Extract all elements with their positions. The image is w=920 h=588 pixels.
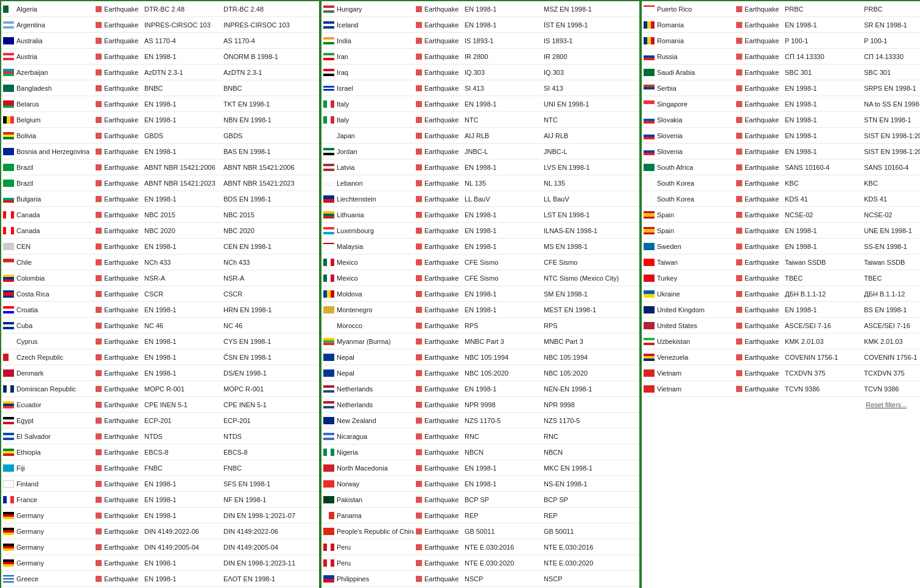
fullname-cell: PRBC xyxy=(862,1,920,17)
type-label: Earthquake xyxy=(424,290,458,298)
type-label: Earthquake xyxy=(745,259,779,266)
fullname-cell: UNI EN 1998-1 xyxy=(542,96,639,112)
fullname-cell: JNBC-L xyxy=(542,144,639,159)
type-icon xyxy=(736,6,742,12)
type-label: Earthquake xyxy=(104,116,138,124)
fullname-cell: NTDS xyxy=(222,429,319,444)
country-name: CEN xyxy=(16,243,30,250)
type-cell: Earthquake xyxy=(414,413,463,429)
code-cell: NSCP xyxy=(463,571,542,587)
type-cell: Earthquake xyxy=(94,65,142,80)
fullname-cell: MSZ EN 1998-1 xyxy=(542,1,639,17)
country-name: Belgium xyxy=(16,116,41,124)
country-cell: Pakistan xyxy=(321,492,414,508)
country-name: Malaysia xyxy=(337,243,363,250)
country-flag xyxy=(323,464,334,472)
type-cell: Earthquake xyxy=(94,555,142,571)
country-flag xyxy=(323,417,334,424)
code-cell: REP xyxy=(463,508,542,523)
type-cell: Earthquake xyxy=(734,254,783,270)
country-cell: Ethiopia xyxy=(1,444,94,460)
country-flag xyxy=(3,100,14,108)
type-label: Earthquake xyxy=(104,544,138,551)
type-icon xyxy=(416,164,422,170)
country-cell: Nepal xyxy=(321,349,414,365)
fullname-cell: NBCN xyxy=(542,444,639,460)
type-label: Earthquake xyxy=(104,338,138,345)
country-flag xyxy=(644,85,655,92)
type-label: Earthquake xyxy=(424,354,458,361)
country-flag xyxy=(644,132,655,139)
type-cell: Earthquake xyxy=(414,365,463,381)
country-flag xyxy=(3,164,14,171)
type-cell: Earthquake xyxy=(94,365,142,381)
country-cell: Canada xyxy=(1,223,94,239)
fullname-cell: CEN EN 1998-1 xyxy=(222,239,319,254)
country-flag xyxy=(3,544,14,551)
country-cell: Germany xyxy=(1,539,94,555)
country-cell: Japan xyxy=(321,128,414,144)
country-flag xyxy=(3,449,14,456)
country-flag xyxy=(3,275,14,282)
country-flag xyxy=(3,290,14,298)
type-icon xyxy=(736,212,742,218)
type-icon xyxy=(96,6,102,12)
country-cell: Dominican Republic xyxy=(1,381,94,397)
type-label: Earthquake xyxy=(424,53,458,60)
fullname-cell: CFE Sismo xyxy=(542,254,639,270)
type-label: Earthquake xyxy=(104,211,138,219)
country-name: Sweden xyxy=(657,243,681,250)
fullname-cell: HRN EN 1998-1 xyxy=(222,302,319,318)
type-label: Earthquake xyxy=(104,53,138,60)
country-cell: Romania xyxy=(642,17,734,33)
code-cell: EN 1998-1 xyxy=(783,223,862,239)
country-name: Latvia xyxy=(337,164,354,171)
type-cell: Earthquake xyxy=(414,460,463,476)
country-cell: Hungary xyxy=(321,1,414,17)
code-cell: NTC xyxy=(463,112,542,128)
type-cell: Earthquake xyxy=(414,318,463,334)
country-cell: Liechtenstein xyxy=(321,191,414,207)
code-cell: CPE INEN 5-1 xyxy=(142,397,222,413)
country-flag xyxy=(3,575,14,583)
type-icon xyxy=(416,212,422,218)
type-label: Earthquake xyxy=(104,69,138,76)
type-label: Earthquake xyxy=(424,528,458,535)
country-flag xyxy=(644,275,655,282)
reset-filters-link[interactable]: Reset filters... xyxy=(864,399,908,411)
fullname-cell: AIJ RLB xyxy=(542,128,639,144)
country-cell: Lebanon xyxy=(321,175,414,191)
code-cell: LL BauV xyxy=(463,191,542,207)
code-cell: EN 1998-1 xyxy=(783,302,862,318)
type-label: Earthquake xyxy=(424,544,458,551)
type-label: Earthquake xyxy=(745,290,779,298)
type-icon xyxy=(96,180,102,186)
code-cell: KMK 2.01.03 xyxy=(783,334,862,349)
type-label: Earthquake xyxy=(745,306,779,313)
country-flag xyxy=(644,322,655,329)
type-cell: Earthquake xyxy=(414,508,463,523)
type-cell: Earthquake xyxy=(414,302,463,318)
type-icon xyxy=(96,323,102,329)
type-icon xyxy=(96,69,102,75)
type-label: Earthquake xyxy=(104,385,138,393)
code-cell: EBCS-8 xyxy=(142,444,222,460)
type-icon xyxy=(416,418,422,424)
type-cell: Earthquake xyxy=(94,49,142,65)
type-icon xyxy=(736,117,742,123)
country-name: Mexico xyxy=(337,275,358,282)
country-flag xyxy=(323,433,334,440)
country-name: Italy xyxy=(337,100,349,108)
country-name: Puerto Rico xyxy=(657,5,692,13)
country-flag xyxy=(3,69,14,76)
country-cell: India xyxy=(321,33,414,49)
country-name: South Africa xyxy=(657,164,693,171)
country-cell: Italy xyxy=(321,96,414,112)
type-label: Earthquake xyxy=(104,195,138,203)
type-label: Earthquake xyxy=(424,575,458,583)
type-cell: Earthquake xyxy=(414,49,463,65)
type-label: Earthquake xyxy=(745,180,779,187)
country-flag xyxy=(644,290,655,298)
code-cell: EN 1998-1 xyxy=(463,207,542,223)
code-cell: KBC xyxy=(783,175,862,191)
